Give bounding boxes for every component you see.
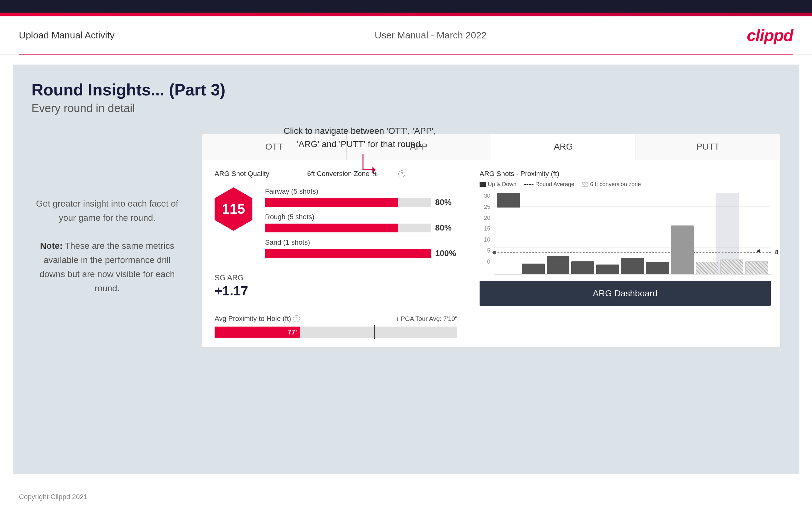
chart-bar-7 <box>646 262 669 274</box>
conversion-bars: Fairway (5 shots) 80% <box>265 187 457 264</box>
accent-bar <box>0 13 812 16</box>
proximity-label: Avg Proximity to Hole (ft) <box>215 315 291 323</box>
y-label-15: 15 <box>479 225 492 232</box>
insight-text: Get greater insight into each facet of y… <box>32 197 183 296</box>
tab-putt[interactable]: PUTT <box>636 134 780 160</box>
legend-round-avg: Round Average <box>524 181 574 188</box>
chart-header: ARG Shots - Proximity (ft) <box>479 170 771 178</box>
bar-wrap-11 <box>745 193 768 274</box>
rough-label: Rough (5 shots) <box>265 213 457 221</box>
chart-area: 30 25 20 15 10 5 0 <box>479 193 771 275</box>
bars-container <box>494 193 771 274</box>
chart-bar-5 <box>596 265 619 274</box>
tab-arg[interactable]: ARG <box>491 134 636 160</box>
proximity-cursor <box>374 325 375 339</box>
header: Upload Manual Activity User Manual - Mar… <box>0 16 812 54</box>
nav-arrow-icon <box>357 154 382 179</box>
pga-avg-label: ↑ PGA Tour Avg: 7'10" <box>396 315 457 323</box>
upload-label: Upload Manual Activity <box>19 30 115 41</box>
y-label-5: 5 <box>479 247 492 254</box>
chart-legend: Up & Down Round Average 6 ft conversion … <box>479 181 771 188</box>
fairway-label: Fairway (5 shots) <box>265 187 457 195</box>
arg-score-hexagon: 115 <box>215 187 252 231</box>
sg-label: SG ARG <box>215 273 457 282</box>
rough-pct: 80% <box>435 223 457 233</box>
nav-note-container: Click to navigate between 'OTT', 'APP','… <box>284 124 436 180</box>
chart-bar-9 <box>696 262 719 274</box>
rough-bar-fill <box>265 224 398 232</box>
chart-bar-6 <box>621 258 644 274</box>
bar-wrap-5 <box>596 193 619 274</box>
header-divider <box>19 54 793 55</box>
sand-label: Sand (1 shots) <box>265 238 457 246</box>
y-label-25: 25 <box>479 204 492 210</box>
bar-wrap-10 <box>720 193 743 274</box>
sand-bar-fill <box>265 249 432 258</box>
bar-wrap-4 <box>571 193 594 274</box>
top-bar <box>0 0 812 13</box>
insight-note: Note: <box>40 241 63 251</box>
y-axis: 30 25 20 15 10 5 0 <box>479 193 492 265</box>
dashed-line-value: 8 <box>774 249 779 256</box>
y-label-0: 0 <box>479 259 492 265</box>
shot-quality-label: ARG Shot Quality <box>215 170 269 178</box>
chart-bar-2 <box>522 264 545 274</box>
manual-label: User Manual - March 2022 <box>375 30 487 41</box>
legend-up-down: Up & Down <box>479 181 516 188</box>
chart-inner: 8 ◄ <box>494 193 771 275</box>
sand-pct: 100% <box>435 248 457 258</box>
fairway-bar-row: Fairway (5 shots) 80% <box>265 187 457 207</box>
fairway-pct: 80% <box>435 198 457 207</box>
sand-bar-container: 100% <box>265 248 457 258</box>
proximity-question-icon[interactable]: ? <box>293 315 300 322</box>
title-section: Round Insights... (Part 3) Every round i… <box>32 80 780 115</box>
hexagon-container: 115 Fairway (5 shots) 80% <box>215 187 457 264</box>
legend-round-avg-label: Round Average <box>535 181 574 188</box>
bar-wrap-8 <box>671 193 694 274</box>
navigation-note: Click to navigate between 'OTT', 'APP','… <box>284 124 436 151</box>
proximity-bar-fill: 77' <box>215 327 300 338</box>
bar-wrap-3 <box>547 193 570 274</box>
rough-bar-row: Rough (5 shots) 80% <box>265 213 457 233</box>
bar-wrap-7 <box>646 193 669 274</box>
proximity-header: Avg Proximity to Hole (ft) ? ↑ PGA Tour … <box>215 315 457 323</box>
legend-conversion: 6 ft conversion zone <box>582 181 641 188</box>
right-chart: ARG Shots - Proximity (ft) Up & Down Rou… <box>470 160 780 347</box>
logo: clippd <box>747 26 793 45</box>
chart-bar-8 <box>671 225 694 274</box>
card-body: ARG Shot Quality 6ft Conversion Zone % ?… <box>202 160 780 347</box>
chart-bar-1 <box>497 193 520 208</box>
rough-bar-container: 80% <box>265 223 457 233</box>
chart-bar-10 <box>720 260 743 274</box>
chart-bar-11 <box>745 261 768 274</box>
arg-dashboard-button[interactable]: ARG Dashboard <box>479 281 771 306</box>
bar-wrap-9 <box>696 193 719 274</box>
sg-value: +1.17 <box>215 283 457 298</box>
sand-bar-track <box>265 249 432 258</box>
bar-wrap-6 <box>621 193 644 274</box>
proximity-value: 77' <box>288 328 297 336</box>
copyright: Copyright Clippd 2021 <box>0 484 812 507</box>
svg-marker-2 <box>372 167 375 173</box>
left-metrics: ARG Shot Quality 6ft Conversion Zone % ?… <box>202 160 470 347</box>
legend-up-down-label: Up & Down <box>488 181 516 188</box>
legend-dashed-line <box>524 184 534 185</box>
rough-bar-track <box>265 224 432 232</box>
legend-conversion-label: 6 ft conversion zone <box>590 181 641 188</box>
y-label-20: 20 <box>479 215 492 221</box>
y-label-30: 30 <box>479 193 492 199</box>
legend-box-up-down <box>479 182 486 187</box>
chart-bar-4 <box>571 261 594 274</box>
sg-section: SG ARG +1.17 <box>215 273 457 298</box>
chart-title: ARG Shots - Proximity (ft) <box>479 170 559 178</box>
content-wrapper: Click to navigate between 'OTT', 'APP','… <box>32 134 780 348</box>
page-title: Round Insights... (Part 3) <box>32 80 780 99</box>
proximity-bar-track: 77' <box>215 327 457 338</box>
page-subtitle: Every round in detail <box>32 102 780 115</box>
fairway-bar-container: 80% <box>265 198 457 207</box>
sand-bar-row: Sand (1 shots) 100% <box>265 238 457 258</box>
dashboard-btn-container: ARG Dashboard <box>479 281 771 306</box>
left-panel: Get greater insight into each facet of y… <box>32 134 183 348</box>
y-label-10: 10 <box>479 236 492 243</box>
fairway-bar-fill <box>265 198 398 207</box>
